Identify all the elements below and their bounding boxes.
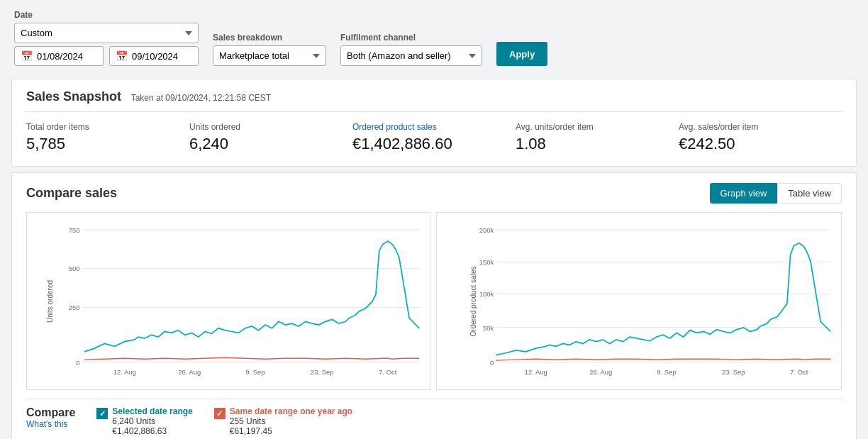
metric-units-ordered: Units ordered 6,240 xyxy=(189,119,352,156)
svg-text:750: 750 xyxy=(69,226,80,234)
date-select[interactable]: Custom xyxy=(14,23,199,43)
date-range-inputs: 📅 📅 xyxy=(14,46,199,66)
svg-text:23. Sep: 23. Sep xyxy=(311,368,334,376)
svg-text:250: 250 xyxy=(69,304,80,311)
start-date-wrap: 📅 xyxy=(14,46,104,66)
legend-text-previous: Same date range one year ago 255 Units €… xyxy=(230,406,352,436)
metric-ordered-product-sales: Ordered product sales €1,402,886.60 xyxy=(352,119,516,156)
ordered-product-sales-chart: Ordered product sales 200k 150k 100k 50k… xyxy=(436,212,842,390)
compare-legend-area: Compare What's this ✓ Selected date rang… xyxy=(26,399,842,436)
left-chart-svg: 750 500 250 0 12. Aug 26. Aug 9. Sep 23.… xyxy=(61,220,423,383)
end-date-wrap: 📅 xyxy=(109,46,199,66)
whats-this-link[interactable]: What's this xyxy=(26,419,75,429)
metric-value-4: €242.50 xyxy=(679,135,842,153)
metric-label-0: Total order items xyxy=(26,122,189,132)
metric-value-3: 1.08 xyxy=(516,135,679,153)
sales-breakdown-select[interactable]: Marketplace total Product sales Shipping xyxy=(213,45,326,66)
svg-text:100k: 100k xyxy=(479,290,494,298)
svg-text:0: 0 xyxy=(490,359,494,367)
svg-text:500: 500 xyxy=(69,265,80,273)
snapshot-title: Sales Snapshot xyxy=(26,89,121,104)
checkmark-current: ✓ xyxy=(99,409,106,418)
metric-label-2[interactable]: Ordered product sales xyxy=(352,122,516,132)
legend-checkbox-current[interactable]: ✓ xyxy=(96,408,108,419)
table-view-button[interactable]: Table view xyxy=(777,183,842,204)
svg-text:12. Aug: 12. Aug xyxy=(113,368,136,376)
view-toggle: Graph view Table view xyxy=(710,183,842,204)
sales-snapshot-section: Sales Snapshot Taken at 09/10/2024, 12:2… xyxy=(11,79,857,167)
legend-checkbox-previous[interactable]: ✓ xyxy=(214,408,226,419)
svg-text:200k: 200k xyxy=(479,226,494,234)
metric-value-0: 5,785 xyxy=(26,135,189,153)
end-date-input[interactable] xyxy=(132,51,192,62)
legend-current-sales: €1,402,886.63 xyxy=(112,426,192,436)
legend-current-units: 6,240 Units xyxy=(112,416,192,426)
legend-previous-title: Same date range one year ago xyxy=(230,406,352,416)
svg-text:150k: 150k xyxy=(479,258,494,266)
svg-text:9. Sep: 9. Sep xyxy=(245,368,265,376)
legend-item-current: ✓ Selected date range 6,240 Units €1,402… xyxy=(96,406,192,436)
sales-breakdown-group: Sales breakdown Marketplace total Produc… xyxy=(213,33,326,66)
calendar-icon-end: 📅 xyxy=(116,50,128,62)
svg-text:26. Aug: 26. Aug xyxy=(589,368,612,376)
svg-text:7. Oct: 7. Oct xyxy=(379,368,397,376)
metric-value-1: 6,240 xyxy=(189,135,352,153)
right-chart-svg: 200k 150k 100k 50k 0 12. Aug 26. Aug 9. … xyxy=(472,220,834,383)
date-filter-group: Date Custom 📅 📅 xyxy=(14,10,199,66)
metric-label-3: Avg. units/order item xyxy=(516,122,679,132)
svg-text:7. Oct: 7. Oct xyxy=(790,368,808,376)
metric-avg-sales: Avg. sales/order item €242.50 xyxy=(679,119,842,156)
checkmark-previous: ✓ xyxy=(216,409,223,418)
filter-bar: Date Custom 📅 📅 Sales breakdown Marketpl… xyxy=(0,0,868,73)
metric-value-2: €1,402,886.60 xyxy=(352,135,516,153)
legend-previous-units: 255 Units xyxy=(230,416,352,426)
svg-text:23. Sep: 23. Sep xyxy=(722,368,745,376)
metric-avg-units: Avg. units/order item 1.08 xyxy=(516,119,679,156)
legend-item-previous: ✓ Same date range one year ago 255 Units… xyxy=(214,406,352,436)
charts-container: Units ordered 750 500 250 0 12. Aug 26. … xyxy=(26,212,842,390)
units-ordered-chart: Units ordered 750 500 250 0 12. Aug 26. … xyxy=(26,212,430,390)
apply-button[interactable]: Apply xyxy=(496,42,547,66)
svg-text:9. Sep: 9. Sep xyxy=(657,368,676,376)
fulfillment-label: Fulfilment channel xyxy=(340,33,482,43)
metric-label-1: Units ordered xyxy=(189,122,352,132)
compare-header: Compare sales Graph view Table view xyxy=(26,183,842,204)
legend-previous-sales: €61,197.45 xyxy=(230,426,352,436)
fulfillment-group: Fulfilment channel Both (Amazon and sell… xyxy=(340,33,482,66)
metrics-row: Total order items 5,785 Units ordered 6,… xyxy=(26,119,842,156)
date-label: Date xyxy=(14,10,199,20)
right-chart-y-label: Ordered product sales xyxy=(469,266,477,336)
compare-title: Compare sales xyxy=(26,186,117,201)
legend-text-current: Selected date range 6,240 Units €1,402,8… xyxy=(112,406,192,436)
svg-text:12. Aug: 12. Aug xyxy=(525,368,547,376)
svg-text:50k: 50k xyxy=(483,324,494,332)
left-chart-y-label: Units ordered xyxy=(46,279,54,322)
compare-sales-section: Compare sales Graph view Table view Unit… xyxy=(11,172,857,439)
calendar-icon-start: 📅 xyxy=(21,50,33,62)
legend-current-title: Selected date range xyxy=(112,406,192,416)
snapshot-timestamp: Taken at 09/10/2024, 12:21:58 CEST xyxy=(131,93,271,103)
fulfillment-select[interactable]: Both (Amazon and seller) Amazon Seller xyxy=(340,45,482,66)
sales-breakdown-label: Sales breakdown xyxy=(213,33,326,43)
compare-label-group: Compare What's this xyxy=(26,406,75,429)
svg-text:26. Aug: 26. Aug xyxy=(178,368,201,376)
compare-legend-title: Compare xyxy=(26,406,75,419)
metric-label-4: Avg. sales/order item xyxy=(679,122,842,132)
svg-text:0: 0 xyxy=(76,359,79,367)
metric-total-order-items: Total order items 5,785 xyxy=(26,119,189,156)
start-date-input[interactable] xyxy=(37,51,97,62)
graph-view-button[interactable]: Graph view xyxy=(710,183,778,204)
